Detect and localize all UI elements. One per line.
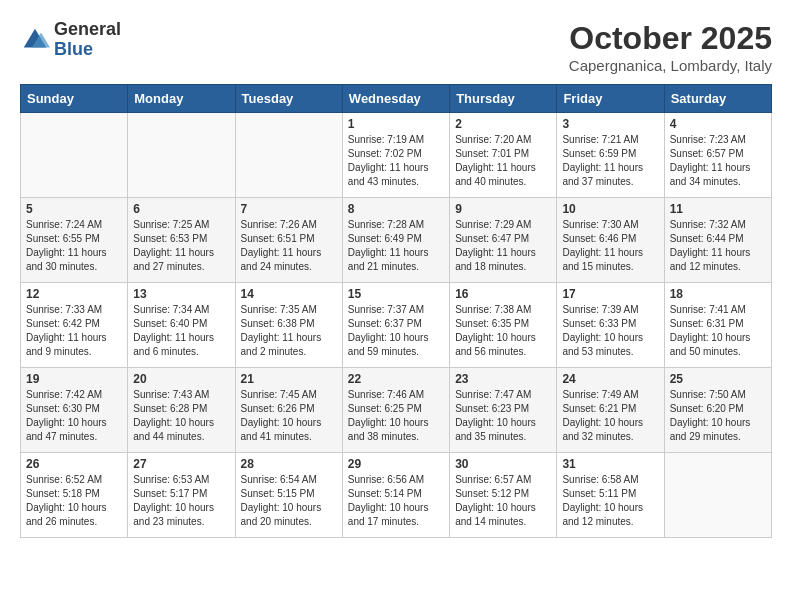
day-number: 29	[348, 457, 444, 471]
table-row: 13Sunrise: 7:34 AM Sunset: 6:40 PM Dayli…	[128, 283, 235, 368]
day-number: 11	[670, 202, 766, 216]
day-number: 9	[455, 202, 551, 216]
day-info: Sunrise: 7:20 AM Sunset: 7:01 PM Dayligh…	[455, 133, 551, 189]
day-number: 22	[348, 372, 444, 386]
table-row: 22Sunrise: 7:46 AM Sunset: 6:25 PM Dayli…	[342, 368, 449, 453]
day-number: 12	[26, 287, 122, 301]
month-title: October 2025	[569, 20, 772, 57]
page-container: General Blue October 2025 Capergnanica, …	[0, 0, 792, 553]
table-row: 15Sunrise: 7:37 AM Sunset: 6:37 PM Dayli…	[342, 283, 449, 368]
table-row: 17Sunrise: 7:39 AM Sunset: 6:33 PM Dayli…	[557, 283, 664, 368]
calendar-week-row: 5Sunrise: 7:24 AM Sunset: 6:55 PM Daylig…	[21, 198, 772, 283]
table-row: 8Sunrise: 7:28 AM Sunset: 6:49 PM Daylig…	[342, 198, 449, 283]
header-tuesday: Tuesday	[235, 85, 342, 113]
table-row: 23Sunrise: 7:47 AM Sunset: 6:23 PM Dayli…	[450, 368, 557, 453]
day-number: 28	[241, 457, 337, 471]
calendar-table: Sunday Monday Tuesday Wednesday Thursday…	[20, 84, 772, 538]
day-number: 4	[670, 117, 766, 131]
day-info: Sunrise: 7:38 AM Sunset: 6:35 PM Dayligh…	[455, 303, 551, 359]
header-thursday: Thursday	[450, 85, 557, 113]
table-row: 9Sunrise: 7:29 AM Sunset: 6:47 PM Daylig…	[450, 198, 557, 283]
day-info: Sunrise: 6:52 AM Sunset: 5:18 PM Dayligh…	[26, 473, 122, 529]
table-row: 4Sunrise: 7:23 AM Sunset: 6:57 PM Daylig…	[664, 113, 771, 198]
day-info: Sunrise: 7:49 AM Sunset: 6:21 PM Dayligh…	[562, 388, 658, 444]
day-info: Sunrise: 7:46 AM Sunset: 6:25 PM Dayligh…	[348, 388, 444, 444]
table-row: 14Sunrise: 7:35 AM Sunset: 6:38 PM Dayli…	[235, 283, 342, 368]
location-subtitle: Capergnanica, Lombardy, Italy	[569, 57, 772, 74]
calendar-week-row: 1Sunrise: 7:19 AM Sunset: 7:02 PM Daylig…	[21, 113, 772, 198]
day-info: Sunrise: 7:34 AM Sunset: 6:40 PM Dayligh…	[133, 303, 229, 359]
day-number: 16	[455, 287, 551, 301]
day-info: Sunrise: 7:30 AM Sunset: 6:46 PM Dayligh…	[562, 218, 658, 274]
day-number: 20	[133, 372, 229, 386]
table-row	[235, 113, 342, 198]
day-info: Sunrise: 7:26 AM Sunset: 6:51 PM Dayligh…	[241, 218, 337, 274]
day-info: Sunrise: 6:53 AM Sunset: 5:17 PM Dayligh…	[133, 473, 229, 529]
day-number: 15	[348, 287, 444, 301]
logo-general: General	[54, 20, 121, 40]
title-section: October 2025 Capergnanica, Lombardy, Ita…	[569, 20, 772, 74]
day-number: 26	[26, 457, 122, 471]
table-row: 6Sunrise: 7:25 AM Sunset: 6:53 PM Daylig…	[128, 198, 235, 283]
calendar-week-row: 12Sunrise: 7:33 AM Sunset: 6:42 PM Dayli…	[21, 283, 772, 368]
day-number: 8	[348, 202, 444, 216]
day-number: 7	[241, 202, 337, 216]
header: General Blue October 2025 Capergnanica, …	[20, 20, 772, 74]
logo: General Blue	[20, 20, 121, 60]
day-number: 6	[133, 202, 229, 216]
calendar-week-row: 19Sunrise: 7:42 AM Sunset: 6:30 PM Dayli…	[21, 368, 772, 453]
day-number: 25	[670, 372, 766, 386]
header-sunday: Sunday	[21, 85, 128, 113]
day-info: Sunrise: 7:25 AM Sunset: 6:53 PM Dayligh…	[133, 218, 229, 274]
day-number: 14	[241, 287, 337, 301]
day-number: 24	[562, 372, 658, 386]
day-info: Sunrise: 7:47 AM Sunset: 6:23 PM Dayligh…	[455, 388, 551, 444]
day-info: Sunrise: 7:42 AM Sunset: 6:30 PM Dayligh…	[26, 388, 122, 444]
day-info: Sunrise: 7:50 AM Sunset: 6:20 PM Dayligh…	[670, 388, 766, 444]
table-row: 11Sunrise: 7:32 AM Sunset: 6:44 PM Dayli…	[664, 198, 771, 283]
table-row	[664, 453, 771, 538]
table-row: 12Sunrise: 7:33 AM Sunset: 6:42 PM Dayli…	[21, 283, 128, 368]
day-info: Sunrise: 6:54 AM Sunset: 5:15 PM Dayligh…	[241, 473, 337, 529]
table-row: 10Sunrise: 7:30 AM Sunset: 6:46 PM Dayli…	[557, 198, 664, 283]
table-row: 16Sunrise: 7:38 AM Sunset: 6:35 PM Dayli…	[450, 283, 557, 368]
table-row: 3Sunrise: 7:21 AM Sunset: 6:59 PM Daylig…	[557, 113, 664, 198]
day-number: 19	[26, 372, 122, 386]
day-number: 18	[670, 287, 766, 301]
day-number: 17	[562, 287, 658, 301]
table-row: 21Sunrise: 7:45 AM Sunset: 6:26 PM Dayli…	[235, 368, 342, 453]
table-row: 1Sunrise: 7:19 AM Sunset: 7:02 PM Daylig…	[342, 113, 449, 198]
header-friday: Friday	[557, 85, 664, 113]
table-row: 29Sunrise: 6:56 AM Sunset: 5:14 PM Dayli…	[342, 453, 449, 538]
table-row: 26Sunrise: 6:52 AM Sunset: 5:18 PM Dayli…	[21, 453, 128, 538]
table-row: 24Sunrise: 7:49 AM Sunset: 6:21 PM Dayli…	[557, 368, 664, 453]
day-info: Sunrise: 7:37 AM Sunset: 6:37 PM Dayligh…	[348, 303, 444, 359]
logo-icon	[20, 25, 50, 55]
day-number: 30	[455, 457, 551, 471]
day-number: 1	[348, 117, 444, 131]
table-row: 31Sunrise: 6:58 AM Sunset: 5:11 PM Dayli…	[557, 453, 664, 538]
calendar-header-row: Sunday Monday Tuesday Wednesday Thursday…	[21, 85, 772, 113]
day-number: 23	[455, 372, 551, 386]
header-saturday: Saturday	[664, 85, 771, 113]
day-info: Sunrise: 6:56 AM Sunset: 5:14 PM Dayligh…	[348, 473, 444, 529]
day-number: 21	[241, 372, 337, 386]
table-row	[128, 113, 235, 198]
table-row: 25Sunrise: 7:50 AM Sunset: 6:20 PM Dayli…	[664, 368, 771, 453]
day-info: Sunrise: 7:29 AM Sunset: 6:47 PM Dayligh…	[455, 218, 551, 274]
table-row: 5Sunrise: 7:24 AM Sunset: 6:55 PM Daylig…	[21, 198, 128, 283]
table-row: 20Sunrise: 7:43 AM Sunset: 6:28 PM Dayli…	[128, 368, 235, 453]
table-row: 7Sunrise: 7:26 AM Sunset: 6:51 PM Daylig…	[235, 198, 342, 283]
table-row: 18Sunrise: 7:41 AM Sunset: 6:31 PM Dayli…	[664, 283, 771, 368]
table-row: 19Sunrise: 7:42 AM Sunset: 6:30 PM Dayli…	[21, 368, 128, 453]
day-info: Sunrise: 7:33 AM Sunset: 6:42 PM Dayligh…	[26, 303, 122, 359]
day-info: Sunrise: 7:43 AM Sunset: 6:28 PM Dayligh…	[133, 388, 229, 444]
table-row	[21, 113, 128, 198]
day-info: Sunrise: 7:28 AM Sunset: 6:49 PM Dayligh…	[348, 218, 444, 274]
day-info: Sunrise: 6:57 AM Sunset: 5:12 PM Dayligh…	[455, 473, 551, 529]
day-info: Sunrise: 7:45 AM Sunset: 6:26 PM Dayligh…	[241, 388, 337, 444]
day-info: Sunrise: 7:39 AM Sunset: 6:33 PM Dayligh…	[562, 303, 658, 359]
day-info: Sunrise: 7:24 AM Sunset: 6:55 PM Dayligh…	[26, 218, 122, 274]
day-number: 3	[562, 117, 658, 131]
logo-text: General Blue	[54, 20, 121, 60]
